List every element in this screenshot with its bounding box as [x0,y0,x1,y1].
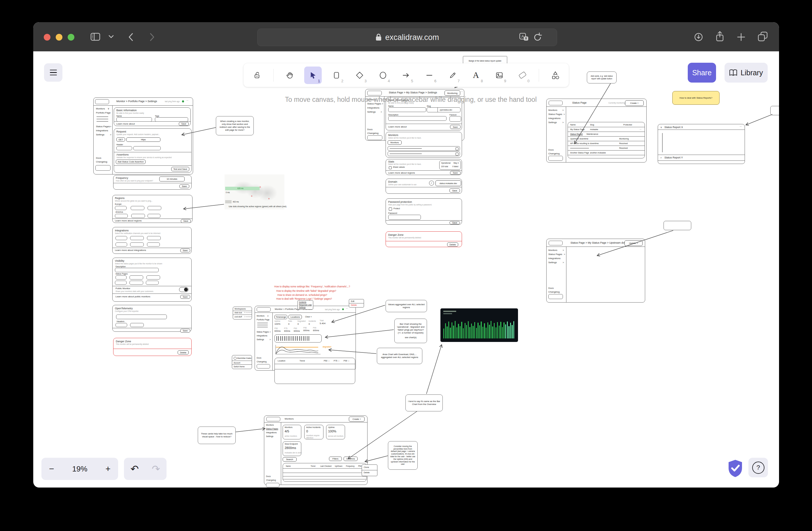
ping-timeline[interactable] [274,334,322,343]
description-input[interactable] [388,116,447,121]
region-checkbox[interactable] [131,206,144,210]
text-tool[interactable]: A 8 [467,67,485,84]
sidebar-item-status-pages[interactable]: Status Pages [257,331,269,333]
domain-input[interactable]: status.mokaske.dev [435,180,461,186]
row-menu-dots[interactable]: ... [640,128,641,130]
sidebar-item-monitors[interactable]: Monitors [548,109,557,112]
sidebar-item-docs[interactable]: Docs [367,128,373,131]
card-integrations[interactable]: Integrations Select the notification cha… [112,227,192,254]
sidebar-item-integrations[interactable]: Integrations [367,106,379,109]
card-danger-zone[interactable]: Danger Zone This monitor will be permane… [113,338,192,356]
sticky-cards-space[interactable]: These cards help take too much visual sp… [198,427,236,444]
save-button[interactable]: Save [180,248,190,253]
chevron-down-icon[interactable]: ∨ [660,126,662,129]
kpi-slow-endpoint[interactable]: Slow Endpoint 2800ms mokaske.dev is slow [282,442,301,456]
description-input[interactable] [115,268,159,272]
menu-item-clone[interactable]: Clone [364,466,369,468]
help-button[interactable]: ? [749,458,768,477]
hamburger-menu-button[interactable] [44,63,62,82]
url-input[interactable]: https [126,138,160,142]
wireframe-monitor-overview[interactable]: Monitor > Portfolio Page > Overview last… [255,306,356,371]
tab-overview-icon[interactable] [757,31,768,42]
frequency-select[interactable]: 10 minutes [159,176,185,182]
status-page-box[interactable] [146,275,160,279]
sidebar-item-changelog[interactable]: Changelog [548,291,560,293]
save-button[interactable]: Save [450,171,461,175]
learn-more-link[interactable]: Learn more about public monitors [116,295,150,298]
learn-more-link[interactable]: Learn more about [388,126,407,128]
monitor-row[interactable] [388,146,460,151]
name-input[interactable] [388,107,426,112]
col-header[interactable]: P75 [334,360,337,362]
sidebar-item-integrations[interactable]: Integrations [548,117,561,120]
sidebar-item-docs[interactable]: Docs [548,287,554,289]
sticky-values-aggregated[interactable]: Values aggregated over ALL selected regi… [386,300,427,312]
latency-line-chart[interactable] [274,344,321,355]
sticky-area-chart[interactable]: Area Chart with Download, DNS,... aggreg… [377,348,422,364]
sort-icon[interactable]: ↕ [348,360,349,362]
wireframe-upstream-downtime[interactable]: Status Page > My Status Page > Upstream … [546,239,645,303]
status-page-box[interactable] [115,281,127,285]
context-menu-clone[interactable]: Clone Delete [362,464,377,476]
empty-annotation-box[interactable] [770,106,779,115]
learn-more-link[interactable]: Learn more about [116,123,135,125]
chevron-right-icon[interactable]: > [660,156,662,159]
share-page-icon[interactable] [715,31,725,43]
map-image[interactable]: 628 ms 0 ms 402 ms Use dots showing the … [224,174,285,210]
header-value-input[interactable] [133,146,161,150]
save-button[interactable]: Save [181,219,191,223]
sidebar-item-monitors[interactable]: Monitors [548,249,557,252]
monitors-button[interactable]: Monitors [388,140,402,145]
menu-dots[interactable]: ... [186,99,188,101]
table-row[interactable]: My Status Page [570,128,584,130]
sidebar-item-changelog[interactable]: Changelog [548,152,560,155]
status-page-table[interactable]: Name Slug Protected My Status Page mokas… [568,122,645,158]
translate-icon[interactable]: A [519,32,529,42]
sidebar-item-settings[interactable]: Settings [548,121,557,124]
checkbox[interactable] [455,147,459,150]
minimize-window-button[interactable] [56,34,62,41]
workspace-item[interactable]: cool-stuff [234,316,242,318]
header-key-input[interactable] [116,146,132,150]
menu-item-theme[interactable]: Switch theme [234,365,245,368]
monitors-table[interactable]: Name Trend Last Checked Up/Down Frequenc… [282,463,367,482]
sidebar-item-monitors[interactable]: Monitors [266,424,274,426]
monitoring-select[interactable]: Monitoring [445,90,460,96]
sidebar-item-portfolio[interactable]: Portfolio Page [257,319,270,321]
eraser-tool[interactable]: 0 [513,67,531,84]
delete-button[interactable]: Delete [178,350,189,355]
arrow-tool[interactable]: 5 [397,67,415,84]
save-button[interactable]: Save [450,125,461,129]
image-tool[interactable]: 9 [491,67,508,84]
reload-icon[interactable] [533,32,542,42]
card-visibility[interactable]: Visibility Select the status pages you'd… [112,258,192,302]
excalidraw-canvas[interactable]: To move canvas, hold mouse wheel or spac… [33,22,779,488]
line-tool[interactable]: 6 [421,67,438,84]
menu-item-delete[interactable]: Delete [351,304,357,306]
menu-item-delete[interactable]: Delete [364,472,369,474]
red-question[interactable]: How to display the timeline with 'failed… [276,290,336,292]
new-tab-icon[interactable] [737,33,745,41]
sticky-new-monitor[interactable]: When creating a new monitor, only show t… [216,116,254,135]
sidebar-item-docs[interactable]: Docs [266,475,271,477]
menu-item[interactable]: Incidents [299,301,306,303]
favicon-box[interactable] [449,116,461,122]
sidebar-item-settings[interactable]: Settings [367,111,376,113]
card-sp-monitors[interactable]: Monitors Select all the monitors you'd l… [386,132,462,158]
chevron-down-icon[interactable] [108,34,114,39]
create-button[interactable]: Create + [625,100,644,106]
sidebar-item-portfolio[interactable]: Portfolio Page [96,112,111,114]
card-basic-information[interactable]: Basic Information Be able to find your m… [114,107,191,126]
tab-maintenance[interactable]: Maintenance [586,133,598,135]
redo-button[interactable]: ↷ [152,463,160,475]
red-question[interactable]: How to display some settings like: 'Freq… [274,285,350,288]
status-page-box[interactable] [116,275,127,279]
slug-input[interactable]: .openstatus.dev [427,107,461,112]
back-icon[interactable] [127,32,135,42]
sidebar-item-changelog[interactable]: Changelog [367,132,379,134]
sidebar-item-changelog[interactable]: Changelog [257,361,266,363]
menu-dots[interactable]: ... [740,125,742,127]
save-button[interactable]: Save [179,184,189,188]
header-box[interactable] [116,323,127,327]
clear-filters[interactable]: Clear × [305,316,312,318]
